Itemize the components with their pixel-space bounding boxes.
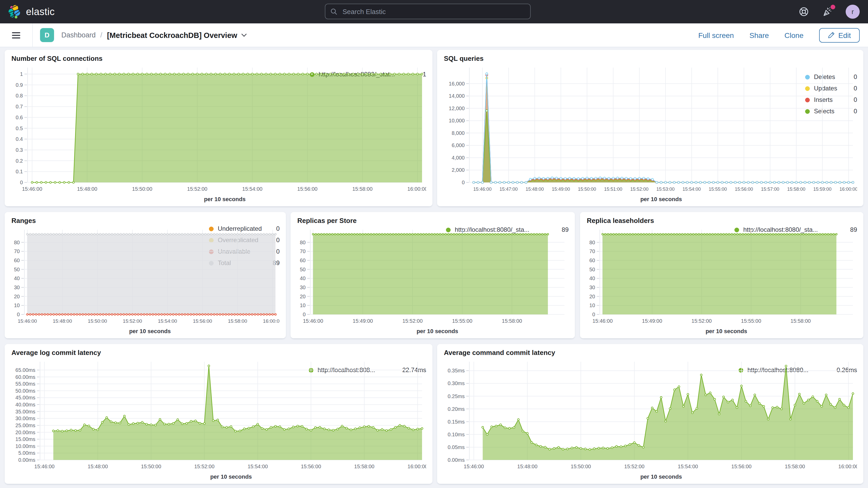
svg-text:15:46:00: 15:46:00: [22, 186, 42, 192]
dashboard-grid: Number of SQL connections 10.90.80.70.60…: [0, 47, 868, 488]
svg-text:15:57:00: 15:57:00: [761, 187, 779, 192]
svg-text:60: 60: [14, 257, 20, 263]
svg-text:30: 30: [589, 284, 595, 290]
chart-replicas-per-store[interactable]: 8070605040302010015:46:0015:49:0015:52:0…: [296, 224, 446, 337]
svg-text:6,000: 6,000: [452, 143, 465, 148]
svg-text:0.05ms: 0.05ms: [447, 444, 465, 450]
chart-number-of-sql-connections[interactable]: 10.90.80.70.60.50.40.30.20.1015:46:0015:…: [10, 62, 310, 205]
svg-text:0.6: 0.6: [16, 115, 23, 120]
svg-text:16:00:00: 16:00:00: [838, 464, 857, 469]
svg-text:15:50:00: 15:50:00: [88, 318, 107, 324]
svg-text:0: 0: [592, 311, 595, 317]
svg-text:16:00:00: 16:00:00: [263, 318, 280, 324]
menu-button[interactable]: [0, 23, 33, 47]
svg-text:15:58:00: 15:58:00: [502, 318, 522, 324]
svg-text:15:54:00: 15:54:00: [678, 464, 698, 469]
svg-text:15:55:00: 15:55:00: [741, 318, 761, 324]
chart-replica-leaseholders[interactable]: 8070605040302010015:46:0015:49:0015:52:0…: [585, 224, 735, 337]
search-input[interactable]: [341, 7, 525, 16]
chart-ranges[interactable]: 8070605040302010015:46:0015:48:0015:50:0…: [10, 224, 209, 337]
svg-text:15:58:00: 15:58:00: [352, 186, 373, 192]
svg-text:per 10 seconds: per 10 seconds: [706, 328, 747, 334]
help-button[interactable]: [798, 6, 809, 18]
svg-text:0.30ms: 0.30ms: [447, 380, 465, 386]
svg-text:4,000: 4,000: [452, 155, 465, 160]
svg-text:0.9: 0.9: [16, 82, 23, 88]
global-search[interactable]: [325, 4, 531, 19]
elastic-logo-icon: [7, 5, 21, 19]
svg-text:0: 0: [303, 311, 306, 317]
edit-button[interactable]: Edit: [819, 28, 860, 42]
chart-average-command-commit-latency[interactable]: 0.35ms0.30ms0.25ms0.20ms0.15ms0.10ms0.05…: [442, 357, 739, 483]
svg-text:2,000: 2,000: [452, 167, 465, 173]
chart-sql-queries[interactable]: 16,00014,00012,00010,0008,0006,0004,0002…: [442, 62, 805, 205]
elastic-logo[interactable]: elastic: [7, 5, 55, 19]
svg-text:15:52:00: 15:52:00: [630, 187, 648, 192]
svg-text:15:56:00: 15:56:00: [731, 464, 751, 469]
svg-text:15.00ms: 15.00ms: [16, 436, 35, 442]
clone-button[interactable]: Clone: [784, 31, 804, 39]
svg-text:15:46:00: 15:46:00: [18, 318, 37, 324]
chevron-down-icon: [241, 33, 247, 37]
svg-text:15:48:00: 15:48:00: [517, 464, 537, 469]
svg-text:10.00ms: 10.00ms: [16, 443, 35, 449]
newsfeed-button[interactable]: [822, 6, 833, 18]
svg-text:per 10 seconds: per 10 seconds: [640, 474, 682, 480]
svg-text:15:55:00: 15:55:00: [452, 318, 472, 324]
svg-text:10: 10: [300, 302, 306, 308]
toolbar-actions: Full screen Share Clone Edit: [698, 28, 860, 42]
breadcrumb: Dashboard / [Metricbeat CockroachDB] Ove…: [61, 31, 247, 39]
svg-text:35.00ms: 35.00ms: [16, 409, 35, 415]
edit-button-label: Edit: [838, 31, 851, 39]
full-screen-button[interactable]: Full screen: [698, 31, 734, 39]
panel-sql-queries: SQL queries 16,00014,00012,00010,0008,00…: [437, 50, 863, 206]
user-avatar[interactable]: r: [846, 5, 860, 19]
svg-text:0.2: 0.2: [16, 158, 23, 164]
svg-text:per 10 seconds: per 10 seconds: [204, 196, 246, 203]
dashboard-app-badge[interactable]: D: [40, 28, 54, 42]
panel-title: SQL queries: [444, 55, 859, 62]
svg-text:15:47:00: 15:47:00: [499, 187, 518, 192]
svg-text:60: 60: [300, 257, 306, 263]
svg-text:80: 80: [589, 240, 595, 245]
svg-text:15:52:00: 15:52:00: [691, 318, 712, 324]
search-icon: [331, 8, 337, 15]
svg-text:80: 80: [14, 240, 20, 245]
svg-text:60.00ms: 60.00ms: [16, 374, 35, 380]
svg-text:per 10 seconds: per 10 seconds: [129, 328, 171, 334]
share-button[interactable]: Share: [749, 31, 769, 39]
svg-text:15:58:00: 15:58:00: [785, 464, 805, 469]
svg-text:15:58:00: 15:58:00: [790, 318, 811, 324]
chart-average-log-commit-latency[interactable]: 65.00ms60.00ms55.00ms50.00ms45.00ms40.00…: [10, 357, 309, 483]
title-menu-button[interactable]: [241, 33, 247, 37]
svg-text:15:50:00: 15:50:00: [571, 464, 591, 469]
svg-text:15:54:00: 15:54:00: [242, 186, 262, 192]
svg-text:16:00:00: 16:00:00: [407, 186, 426, 192]
pencil-icon: [828, 32, 835, 38]
svg-text:5.00ms: 5.00ms: [18, 450, 35, 456]
svg-text:8,000: 8,000: [452, 130, 465, 136]
svg-text:10,000: 10,000: [449, 118, 465, 123]
svg-text:0.7: 0.7: [16, 104, 23, 110]
panel-title: Average log commit latency: [11, 349, 428, 357]
svg-text:15:54:00: 15:54:00: [682, 187, 701, 192]
help-icon: [799, 7, 808, 17]
svg-text:15:53:00: 15:53:00: [656, 187, 675, 192]
svg-text:15:54:00: 15:54:00: [248, 464, 268, 469]
svg-text:15:59:00: 15:59:00: [813, 187, 832, 192]
breadcrumb-dashboard[interactable]: Dashboard: [61, 31, 96, 39]
svg-text:16:00:00: 16:00:00: [839, 187, 857, 192]
svg-text:80: 80: [300, 240, 306, 245]
svg-text:0.15ms: 0.15ms: [447, 419, 465, 425]
panel-ranges: Ranges 8070605040302010015:46:0015:48:00…: [5, 212, 286, 338]
svg-text:15:48:00: 15:48:00: [77, 186, 97, 192]
svg-text:16,000: 16,000: [449, 81, 465, 87]
svg-text:0.25ms: 0.25ms: [447, 393, 465, 399]
page-title[interactable]: [Metricbeat CockroachDB] Overview: [107, 31, 237, 39]
svg-text:65.00ms: 65.00ms: [16, 367, 35, 373]
svg-text:10: 10: [14, 302, 20, 308]
svg-text:0.10ms: 0.10ms: [447, 432, 465, 437]
svg-text:15:58:00: 15:58:00: [787, 187, 805, 192]
svg-text:15:55:00: 15:55:00: [709, 187, 727, 192]
svg-text:0.5: 0.5: [16, 125, 23, 131]
